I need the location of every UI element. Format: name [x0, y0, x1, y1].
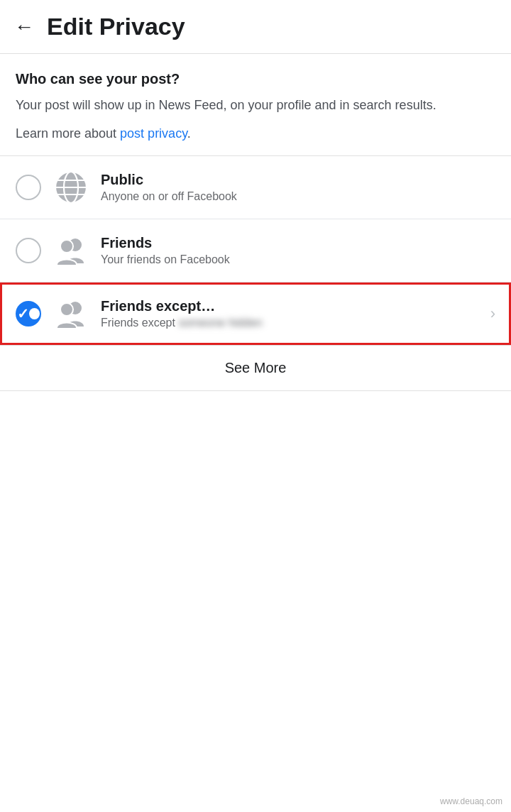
option-friends-except-title: Friends except…	[101, 298, 479, 314]
friends-except-icon	[53, 295, 89, 332]
option-friends-subtitle: Your friends on Facebook	[101, 253, 495, 266]
radio-friends	[16, 238, 41, 263]
option-public-text: Public Anyone on or off Facebook	[101, 172, 495, 203]
friends-icon	[53, 232, 89, 269]
public-icon	[53, 169, 89, 206]
radio-friends-except: ✓	[16, 301, 41, 327]
link-suffix: .	[187, 126, 191, 141]
see-more-container: See More	[0, 346, 511, 391]
option-friends-except[interactable]: ✓ Friends except… Friends except someone…	[0, 282, 511, 345]
friends-except-prefix: Friends except	[101, 317, 178, 329]
option-friends[interactable]: Friends Your friends on Facebook	[0, 219, 511, 282]
friends-except-blurred: someone hidden	[178, 317, 262, 329]
info-link-line: Learn more about post privacy.	[16, 126, 495, 141]
info-question: Who can see your post?	[16, 71, 495, 87]
post-privacy-link[interactable]: post privacy	[120, 126, 187, 141]
info-section: Who can see your post? Your post will sh…	[0, 54, 511, 156]
option-friends-except-subtitle: Friends except someone hidden	[101, 317, 479, 329]
options-list: Public Anyone on or off Facebook Friends…	[0, 156, 511, 346]
back-button[interactable]: ←	[14, 17, 34, 37]
chevron-icon: ›	[490, 304, 495, 323]
see-more-button[interactable]: See More	[16, 360, 495, 376]
watermark: www.deuaq.com	[440, 796, 502, 806]
header: ← Edit Privacy	[0, 0, 511, 54]
option-friends-text: Friends Your friends on Facebook	[101, 235, 495, 266]
option-friends-except-text: Friends except… Friends except someone h…	[101, 298, 479, 329]
info-description: Your post will show up in News Feed, on …	[16, 96, 495, 115]
option-public-subtitle: Anyone on or off Facebook	[101, 190, 495, 203]
check-icon: ✓	[17, 307, 29, 321]
radio-public	[16, 175, 41, 200]
option-public[interactable]: Public Anyone on or off Facebook	[0, 156, 511, 219]
page-title: Edit Privacy	[47, 13, 185, 40]
svg-point-9	[60, 303, 73, 316]
option-public-title: Public	[101, 172, 495, 188]
learn-more-text: Learn more about	[16, 126, 120, 141]
svg-point-7	[60, 240, 73, 253]
option-friends-title: Friends	[101, 235, 495, 251]
